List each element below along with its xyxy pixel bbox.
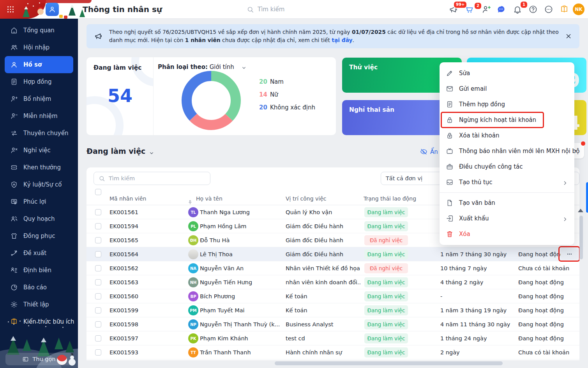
employee-name[interactable]: Lê Thị Thoa [200, 247, 283, 261]
sidebar-item-ngh-vi-c[interactable]: Nghỉ việc [0, 142, 78, 159]
table-row[interactable]: EK001564Lê Thị ThoaGiám đốc Điều hànhĐan… [87, 247, 579, 261]
side-tab-handle[interactable] [586, 182, 588, 213]
sidebar-item-ph-c-l-i[interactable]: Phúc lợi [0, 193, 78, 210]
employee-name[interactable]: Trần Thanh Thanh [200, 345, 283, 359]
chat-icon[interactable] [496, 5, 506, 14]
row-checkbox[interactable] [95, 251, 101, 257]
pin-icon[interactable] [187, 196, 193, 201]
menu-item--i-u-chuy-n-c-ng-t-c[interactable]: Điều chuyển công tác [440, 159, 574, 174]
sidebar-item--ng-ph-c[interactable]: Đồng phục [0, 227, 78, 245]
global-search[interactable]: Tìm kiếm [247, 0, 284, 19]
row-checkbox[interactable] [95, 293, 101, 299]
status-badge-cell: Đang làm việc [364, 345, 409, 359]
employee-name[interactable]: Thanh Nga Lương [200, 205, 283, 219]
hrm-app: Thông tin nhân sự Tìm kiếm 99+ 2 1 NK Tổ… [0, 0, 588, 368]
employee-name[interactable]: Nguyễn Văn An [200, 261, 283, 275]
snow-dots [8, 321, 9, 322]
vertical-scrollbar[interactable] [579, 216, 583, 259]
sidebar-item-mi-n-nhi-m[interactable]: Miễn nhiệm [0, 107, 78, 125]
sidebar-item-k-lu-t-s-c-[interactable]: Kỷ luật/Sự cố [0, 176, 78, 193]
sidebar-item-thi-t-l-p[interactable]: Thiết lập [0, 296, 78, 313]
seniority-value: 10 tháng 7 ngày [440, 261, 514, 275]
menu-item-th-ng-b-o-nh-n-vi-n-m-i-l-n-mxh-n-i-b-[interactable]: Thông báo nhân viên mới lên MXH nội bộ [440, 143, 574, 159]
app-launcher-icon[interactable] [6, 5, 15, 14]
menu-item-x-a-t-i-kho-n[interactable]: Xóa tài khoản [440, 128, 574, 143]
status-badge: Đang làm việc [364, 305, 408, 315]
employee-code: EK001597 [109, 331, 176, 345]
row-checkbox[interactable] [95, 237, 101, 243]
menu-item-g-i-email[interactable]: Gửi email [440, 81, 574, 97]
menu-item-label: Xuất khẩu [459, 215, 556, 222]
avatar: NP [188, 319, 198, 329]
sidebar-item-t-ng-quan[interactable]: Tổng quan [0, 22, 78, 39]
banner-bold-text: 1 nhân viên [185, 37, 221, 43]
sidebar-item-label: Nghỉ việc [23, 147, 51, 154]
table-row[interactable]: EK001563NHNguyễn Tiến Hưngnhân viên kinh… [87, 275, 579, 289]
sidebar-item-h-s-[interactable]: Hồ sơ [5, 56, 73, 73]
row-checkbox[interactable] [95, 349, 101, 356]
sidebar-item-khen-th-ng[interactable]: Khen thưởng [0, 159, 78, 176]
menu-item-th-m-h-p-ng[interactable]: Thêm hợp đồng [440, 97, 574, 112]
notifications-badge: 1 [520, 1, 528, 9]
employee-code: EK001562 [109, 261, 176, 275]
hr-module-icon[interactable] [46, 3, 59, 16]
sidebar-item-quy-ho-ch[interactable]: Quy hoạch [0, 210, 78, 227]
row-checkbox[interactable] [95, 209, 101, 215]
sidebar-item-h-p-ng[interactable]: Hợp đồng [0, 73, 78, 90]
scroll-up-arrow[interactable] [578, 209, 583, 212]
table-row[interactable]: EK001597PKPhạm Kim Khánhtest cdĐang làm … [87, 331, 579, 345]
menu-item-t-o-th-t-c[interactable]: Tạo thủ tục [440, 174, 574, 190]
row-checkbox[interactable] [95, 223, 101, 229]
seniority-value: 4 tháng 2 ngày [440, 275, 514, 289]
user-avatar[interactable]: NK [573, 4, 584, 15]
row-checkbox[interactable] [95, 279, 101, 285]
menu-item-xu-t-kh-u[interactable]: Xuất khẩu [440, 211, 574, 226]
horizontal-scrollbar[interactable] [275, 361, 503, 365]
row-more-button[interactable] [561, 248, 578, 259]
add-user-icon[interactable] [482, 5, 491, 14]
table-row[interactable]: EK001598NPNguyễn Thị Thanh Thuỳ (k...Bus… [87, 317, 579, 331]
santa-decoration [37, 9, 44, 15]
sidebar-item--nh-bi-n[interactable]: Định biên [0, 262, 78, 279]
employee-name[interactable]: Đỗ Thu Hà [200, 233, 283, 247]
select-all-checkbox[interactable] [95, 189, 101, 195]
banner-detail-link[interactable]: tại đây [332, 37, 352, 43]
file-icon [446, 199, 454, 207]
employee-position: nhân viên kinh doanh đổi... [286, 275, 360, 289]
row-checkbox[interactable] [95, 265, 101, 271]
shield-x-icon [10, 181, 18, 188]
employee-name[interactable]: Nguyễn Thị Thanh Thuỳ (k... [200, 317, 283, 331]
table-row[interactable]: EK001560BPBích PhươngKế toánĐang làm việ… [87, 289, 579, 303]
sidebar-item--xu-t[interactable]: Đề xuất [0, 245, 78, 262]
employee-name[interactable]: Phạm Tuyết Mai [200, 303, 283, 317]
table-search-input[interactable]: Tìm kiếm [94, 172, 210, 185]
row-checkbox[interactable] [95, 307, 101, 313]
employee-name[interactable]: Bích Phương [200, 289, 283, 303]
menu-item-ng-ng-k-ch-ho-t-t-i-kho-n[interactable]: Ngừng kích hoạt tài khoản [440, 112, 574, 128]
collapse-sidebar-button[interactable]: Thu gọn [5, 353, 72, 365]
menu-item-x-a[interactable]: Xóa [440, 226, 574, 242]
sidebar-item-b-nhi-m[interactable]: Bổ nhiệm [0, 90, 78, 107]
avatar: TT [188, 347, 198, 357]
home-icon [10, 26, 18, 34]
employee-name[interactable]: Nguyễn Tiến Hưng [200, 275, 283, 289]
row-checkbox[interactable] [95, 321, 101, 328]
close-icon[interactable] [565, 32, 572, 40]
employee-position: test cd [286, 331, 360, 345]
menu-item-s-a[interactable]: Sửa [440, 65, 574, 81]
sidebar-item-thuy-n-chuy-n[interactable]: Thuyên chuyển [0, 125, 78, 142]
menu-item-label: Tạo văn bản [459, 199, 568, 206]
table-row[interactable]: EK001562NANguyễn Văn AnNhân viên Thiết k… [87, 261, 579, 275]
sidebar-item-b-o-c-o[interactable]: Báo cáo [0, 279, 78, 296]
table-row[interactable]: EK001599PMPhạm Tuyết MaiKế toánĐang làm … [87, 303, 579, 317]
sidebar-item-h-i-nh-p[interactable]: Hội nhập [0, 39, 78, 56]
list-section-title[interactable]: Đang làm việc [87, 147, 155, 155]
employee-name[interactable]: Phạm Kim Khánh [200, 331, 283, 345]
employee-name[interactable]: Phạm Hồng Lâm [200, 219, 283, 233]
table-row[interactable]: EK001593TTTrần Thanh ThanhHành chính nhâ… [87, 345, 579, 359]
help-icon[interactable] [528, 5, 538, 14]
knowledge-icon[interactable] [560, 5, 569, 14]
row-checkbox[interactable] [95, 335, 101, 342]
more-circle-icon[interactable] [544, 5, 553, 14]
menu-item-t-o-v-n-b-n[interactable]: Tạo văn bản [440, 195, 574, 211]
